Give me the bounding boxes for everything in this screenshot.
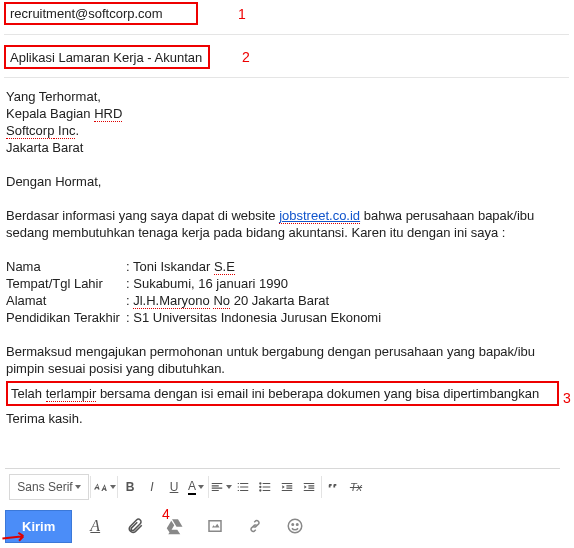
subject-field[interactable]: Aplikasi Lamaran Kerja - Akuntan bbox=[4, 45, 210, 69]
recipient-field[interactable]: recruitment@softcorp.com bbox=[4, 2, 198, 25]
format-toolbar: Sans Serif B I U A Tx bbox=[5, 468, 560, 504]
svg-point-4 bbox=[292, 524, 294, 526]
quote-button[interactable] bbox=[323, 475, 345, 499]
edu-value: S1 Universitas Indonesia Jurusan Ekonomi bbox=[133, 310, 381, 325]
chevron-down-icon bbox=[198, 485, 204, 489]
bullet-list-button[interactable] bbox=[254, 475, 276, 499]
font-family-label: Sans Serif bbox=[17, 480, 72, 494]
annotation-1: 1 bbox=[238, 6, 246, 22]
link-icon bbox=[246, 517, 264, 535]
name-value-b: S.E bbox=[214, 259, 235, 275]
indent-button[interactable] bbox=[298, 475, 320, 499]
clear-format-label: Tx bbox=[350, 481, 362, 493]
attachment-note-box: Telah terlampir bersama dengan isi email… bbox=[6, 381, 559, 406]
svg-point-2 bbox=[259, 489, 261, 491]
indent-icon bbox=[302, 480, 316, 494]
chevron-down-icon bbox=[110, 485, 116, 489]
photo-icon bbox=[206, 517, 224, 535]
jobstreet-link[interactable]: jobstreet.co.id bbox=[279, 208, 360, 224]
para2: Bermaksud mengajukan permohonan untuk be… bbox=[6, 344, 535, 376]
emoji-icon bbox=[286, 517, 304, 535]
salutation-line1: Yang Terhormat, bbox=[6, 89, 101, 104]
text-color-button[interactable]: A bbox=[185, 475, 207, 499]
birth-label: Tempat/Tgl Lahir bbox=[6, 275, 126, 292]
bullet-list-icon bbox=[258, 480, 272, 494]
recipient-text: recruitment@softcorp.com bbox=[10, 6, 163, 21]
insert-emoji-button[interactable] bbox=[278, 509, 312, 543]
font-size-icon bbox=[92, 479, 108, 495]
email-body[interactable]: Yang Terhormat, Kepala Bagian HRD Softco… bbox=[6, 88, 566, 427]
annotation-4: 4 bbox=[162, 506, 170, 522]
ordered-list-button[interactable] bbox=[232, 475, 254, 499]
para3-b: terlampir bbox=[46, 386, 97, 402]
send-label: Kirim bbox=[22, 519, 55, 534]
bold-label: B bbox=[126, 480, 135, 494]
outdent-button[interactable] bbox=[276, 475, 298, 499]
field-divider-2 bbox=[4, 77, 569, 78]
quote-icon bbox=[327, 480, 341, 494]
svg-point-3 bbox=[288, 519, 302, 533]
city: Jakarta Barat bbox=[6, 140, 83, 155]
subject-text: Aplikasi Lamaran Kerja - Akuntan bbox=[10, 50, 202, 65]
align-left-icon bbox=[210, 480, 224, 494]
attach-button[interactable] bbox=[118, 509, 152, 543]
format-toggle-button[interactable]: A bbox=[78, 509, 112, 543]
send-row: Kirim A bbox=[5, 508, 560, 544]
closing: Terima kasih. bbox=[6, 411, 83, 426]
addr-value-d: 20 Jakarta Barat bbox=[230, 293, 329, 308]
paperclip-icon bbox=[126, 517, 144, 535]
svg-point-5 bbox=[297, 524, 299, 526]
underline-label: U bbox=[170, 480, 179, 494]
italic-button[interactable]: I bbox=[141, 475, 163, 499]
field-divider bbox=[4, 34, 569, 35]
insert-photo-button[interactable] bbox=[198, 509, 232, 543]
para3-c: bersama dengan isi email ini beberapa do… bbox=[96, 386, 539, 401]
salutation-line2a: Kepala Bagian bbox=[6, 106, 94, 121]
font-family-select[interactable]: Sans Serif bbox=[9, 474, 89, 500]
chevron-down-icon bbox=[75, 485, 81, 489]
name-value-a: Toni Iskandar bbox=[133, 259, 214, 274]
annotation-2: 2 bbox=[242, 49, 250, 65]
hrd-text: HRD bbox=[94, 106, 122, 122]
bold-button[interactable]: B bbox=[119, 475, 141, 499]
format-toggle-label: A bbox=[90, 517, 100, 535]
annotation-3: 3 bbox=[563, 390, 571, 406]
birth-value: Sukabumi, 16 januari 1990 bbox=[133, 276, 288, 291]
insert-link-button[interactable] bbox=[238, 509, 272, 543]
clear-format-button[interactable]: Tx bbox=[345, 475, 367, 499]
addr-value-c: No bbox=[213, 293, 230, 309]
name-label: Nama bbox=[6, 258, 126, 275]
underline-button[interactable]: U bbox=[163, 475, 185, 499]
align-button[interactable] bbox=[210, 475, 232, 499]
para3-a: Telah bbox=[11, 386, 46, 401]
addr-value-a: Jl.H.Maryono bbox=[133, 293, 210, 309]
edu-label: Pendidikan Terakhir bbox=[6, 309, 126, 326]
para1-a: Berdasar informasi yang saya dapat di we… bbox=[6, 208, 279, 223]
svg-point-1 bbox=[259, 485, 261, 487]
addr-label: Alamat bbox=[6, 292, 126, 309]
company-b: Inc bbox=[54, 123, 75, 139]
ordered-list-icon bbox=[236, 480, 250, 494]
outdent-icon bbox=[280, 480, 294, 494]
svg-point-0 bbox=[259, 482, 261, 484]
company-a: Softcorp bbox=[6, 123, 54, 139]
italic-label: I bbox=[150, 480, 153, 494]
company-c: . bbox=[75, 123, 79, 138]
text-color-label: A bbox=[188, 479, 196, 495]
greeting: Dengan Hormat, bbox=[6, 174, 101, 189]
font-size-button[interactable] bbox=[92, 475, 116, 499]
